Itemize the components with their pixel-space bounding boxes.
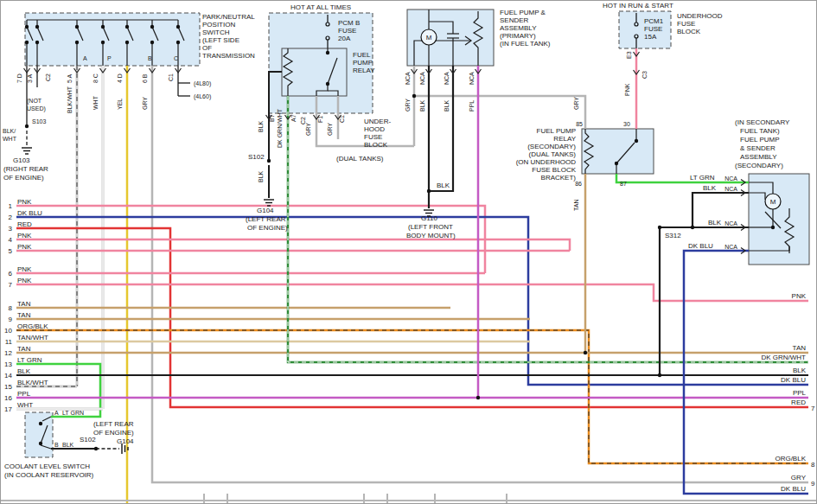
label-c3: C3 <box>641 71 648 79</box>
label-left-side: (LEFT SIDE <box>202 36 239 44</box>
label-blk-wht: BLK/WHT <box>17 379 48 386</box>
junction-dot <box>125 41 129 44</box>
label-used: USED) <box>27 105 46 112</box>
label-of-engine: OF ENGINE) <box>93 429 134 437</box>
label-c1: C1 <box>168 73 174 81</box>
label-tan-wht: TAN/WHT <box>17 334 48 341</box>
label-1: 1 <box>9 202 13 210</box>
label-coolant-level-switch: COOLANT LEVEL SWITCH <box>4 463 90 470</box>
label-of-engine: OF ENGINE) <box>3 174 44 182</box>
junction-dot <box>615 162 618 165</box>
label-fuel-pump: FUEL PUMP <box>740 136 780 144</box>
label-block: BLOCK <box>677 28 701 35</box>
label-a: A <box>83 55 87 61</box>
label-yel: YEL <box>117 99 123 110</box>
label-dk-blu: DK BLU <box>688 242 713 250</box>
label-3: 3 <box>9 225 13 233</box>
label-wht: WHT <box>17 401 33 409</box>
label-c2: C2 <box>45 73 51 81</box>
label-blk-wht: BLK/WHT <box>67 86 73 113</box>
label-5: 5 <box>9 247 13 255</box>
label-sender: SENDER <box>500 16 529 24</box>
label-a7: A7 <box>290 114 297 122</box>
label-under: UNDER- <box>364 118 391 125</box>
label-blk: BLK <box>437 182 450 189</box>
label-14: 14 <box>4 372 12 380</box>
label-pnk: PNK <box>792 292 807 300</box>
label-g110: G110 <box>421 214 438 222</box>
label-87: 87 <box>620 181 627 187</box>
label-left-rear: (LEFT REAR <box>246 215 286 223</box>
label-relay: RELAY <box>553 135 576 143</box>
label-c1: C1 <box>339 115 345 123</box>
label-dk-blu: DK BLU <box>17 209 42 217</box>
label-p: P <box>107 55 112 61</box>
label-lt-grn: LT GRN <box>690 174 715 182</box>
label-fuse: FUSE <box>677 20 695 28</box>
label-dual-tanks: (DUAL TANKS) <box>336 155 384 163</box>
label-lt-grn: LT GRN <box>17 356 42 364</box>
label-org-blk: ORG/BLK <box>17 322 48 330</box>
label-7-d: 7 D <box>16 73 22 83</box>
label-blk: BLK <box>444 99 450 112</box>
label-of-engine: OF ENGINE) <box>247 224 288 232</box>
label-7: 7 <box>9 281 13 289</box>
coolant-switch-box <box>25 412 53 457</box>
label-secondary: (SECONDARY) <box>527 143 576 150</box>
junction-dot <box>176 25 180 29</box>
label-sender: & SENDER <box>740 144 776 152</box>
junction-dot <box>658 226 661 229</box>
label-blk: BLK <box>258 170 264 182</box>
label-pnk: PNK <box>17 265 32 273</box>
label-nca: NCA <box>724 175 737 182</box>
label-3-a: 3 A <box>27 74 33 83</box>
label-tan: TAN <box>17 300 31 308</box>
label-gry: GRY <box>305 123 311 136</box>
label-4l60: (4L60) <box>194 93 211 100</box>
label-fuel-pump: FUEL PUMP <box>537 127 577 135</box>
fuel-pump-wiring-diagram: HOT AT ALL TIMESHOT IN RUN & STARTPARK/N… <box>1 1 817 504</box>
junction-dot <box>35 25 39 29</box>
label-c: C <box>174 55 178 61</box>
label-nca: NCA <box>469 72 475 85</box>
label-blk: BLK <box>62 442 74 448</box>
junction-dot <box>176 41 180 44</box>
label-dk-grn-wht: DK GRN/WHT <box>277 108 283 148</box>
wire-row7-pnk <box>16 284 808 301</box>
label-pnk: PNK <box>624 83 630 96</box>
label-ppl: PPL <box>17 390 31 398</box>
label-8-c: 8 C <box>93 73 99 83</box>
label-nca: NCA <box>419 72 425 85</box>
label-11: 11 <box>5 338 13 346</box>
label-gry: GRY <box>791 474 807 482</box>
junction-dot <box>94 447 98 450</box>
label-12: 12 <box>4 349 12 357</box>
label-blk: BLK <box>703 184 717 192</box>
label-g104: G104 <box>117 437 134 445</box>
label-body-mount: BODY MOUNT) <box>406 232 456 239</box>
label-85: 85 <box>576 121 583 127</box>
label-gry: GRY <box>405 99 411 112</box>
junction-dot <box>75 41 79 44</box>
label-red: RED <box>17 220 32 228</box>
label-4l80: (4L80) <box>194 80 211 87</box>
junction-dot <box>635 139 638 143</box>
label-s312: S312 <box>665 232 681 239</box>
secondary-relay-box <box>582 129 654 174</box>
label-hood: HOOD <box>364 125 385 133</box>
junction-dot <box>326 82 329 86</box>
label-6: 6 <box>9 270 13 278</box>
label-dk-blu: DK BLU <box>781 376 806 384</box>
label-fuse: FUSE <box>644 25 662 33</box>
label-bracket: BRACKET) <box>541 174 577 182</box>
label-lt-grn: LT GRN <box>62 410 84 416</box>
label-nca: NCA <box>724 220 737 226</box>
label-g104: G104 <box>257 207 274 214</box>
label-pnk: PNK <box>17 277 32 284</box>
label-16: 16 <box>4 394 12 402</box>
junction-dot <box>326 51 329 54</box>
label-not: (NOT <box>27 98 42 105</box>
label-pnk: PNK <box>17 243 32 251</box>
junction-dot <box>25 124 29 128</box>
label-pcm-b: PCM B <box>338 19 360 27</box>
